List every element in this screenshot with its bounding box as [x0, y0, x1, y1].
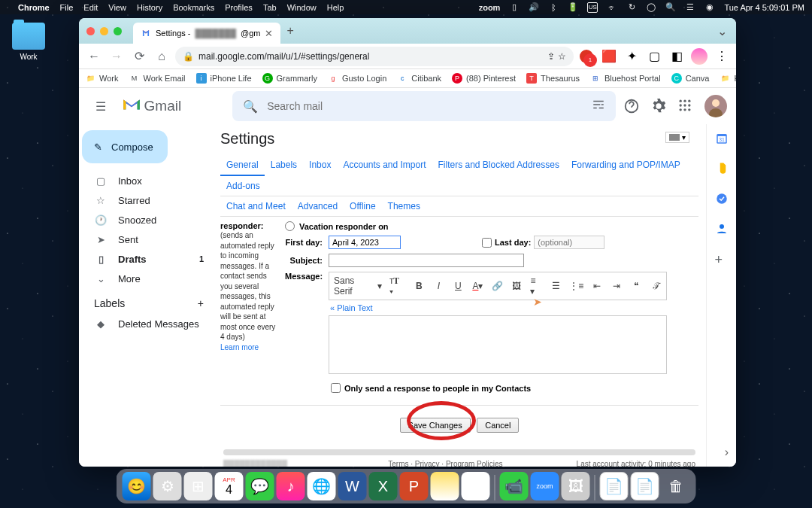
- font-family-select[interactable]: Sans Serif ▾: [334, 275, 382, 297]
- menu-help[interactable]: Help: [327, 3, 344, 12]
- extensions-puzzle-icon[interactable]: ✦: [623, 48, 640, 65]
- text-color-icon[interactable]: A ▾: [471, 281, 483, 291]
- tab-accounts[interactable]: Accounts and Import: [337, 155, 432, 176]
- menu-view[interactable]: View: [108, 3, 126, 12]
- siri-icon[interactable]: ◉: [704, 2, 715, 13]
- share-icon[interactable]: ⇪: [547, 51, 555, 62]
- dock-facetime[interactable]: 📹: [500, 472, 529, 500]
- align-icon[interactable]: ≡ ▾: [530, 275, 542, 297]
- address-bar[interactable]: 🔒 mail.google.com/mail/u/1/#settings/gen…: [175, 47, 574, 66]
- dock-finder[interactable]: 😊: [123, 472, 151, 500]
- quote-icon[interactable]: ❝: [630, 281, 642, 291]
- save-changes-button[interactable]: Save Changes: [400, 418, 471, 433]
- maximize-window-button[interactable]: [114, 27, 122, 35]
- dock-word[interactable]: W: [338, 472, 367, 500]
- responder-on-radio[interactable]: [285, 221, 295, 231]
- dock-slack[interactable]: ✱: [462, 472, 490, 500]
- sync-icon[interactable]: ↻: [626, 2, 637, 13]
- expand-panel-icon[interactable]: ›: [725, 446, 729, 459]
- bookmark-grammarly[interactable]: GGrammarly: [262, 73, 317, 84]
- plain-text-link[interactable]: « Plain Text: [329, 300, 667, 315]
- cancel-button[interactable]: Cancel: [477, 418, 519, 433]
- tab-themes[interactable]: Themes: [382, 196, 426, 216]
- bookmark-gusto[interactable]: gGusto Login: [328, 73, 386, 84]
- tab-overflow-icon[interactable]: ⌄: [717, 24, 727, 38]
- dock-launchpad[interactable]: ⊞: [184, 472, 213, 500]
- lock-icon[interactable]: 🔒: [183, 51, 194, 62]
- tab-advanced[interactable]: Advanced: [292, 196, 344, 216]
- minimize-window-button[interactable]: [100, 27, 108, 35]
- bookmark-hidden-gems[interactable]: 📁Hidden Gems: [720, 73, 736, 84]
- add-addon-icon[interactable]: +: [715, 252, 729, 266]
- close-tab-icon[interactable]: ✕: [265, 28, 273, 39]
- italic-icon[interactable]: I: [432, 281, 444, 291]
- sidepanel-icon[interactable]: ◧: [668, 48, 685, 65]
- bluetooth-icon[interactable]: ᛒ: [548, 2, 559, 13]
- compose-button[interactable]: ✎ Compose: [82, 130, 168, 163]
- add-label-icon[interactable]: +: [198, 297, 204, 309]
- language-indicator[interactable]: US: [587, 2, 598, 13]
- menu-tab[interactable]: Tab: [263, 3, 277, 12]
- menu-history[interactable]: History: [137, 3, 162, 12]
- sidebar-snoozed[interactable]: 🕐Snoozed: [79, 210, 216, 230]
- sidebar-more[interactable]: ⌄More: [79, 269, 216, 288]
- menu-file[interactable]: File: [60, 3, 74, 12]
- reload-button[interactable]: ⟳: [130, 47, 148, 65]
- dock-settings[interactable]: ⚙: [153, 472, 182, 500]
- search-icon[interactable]: 🔍: [665, 2, 676, 13]
- extension-rec-icon[interactable]: 🟥: [601, 48, 617, 65]
- learn-more-link[interactable]: Learn more: [220, 343, 259, 351]
- dock-zoom[interactable]: zoom: [531, 472, 559, 500]
- sidebar-drafts[interactable]: ▯Drafts1: [79, 249, 216, 269]
- contacts-icon[interactable]: [715, 222, 729, 236]
- bookmark-thesaurus[interactable]: TThesaurus: [526, 73, 580, 84]
- numbered-list-icon[interactable]: ☰: [550, 281, 562, 291]
- back-button[interactable]: ←: [85, 47, 103, 65]
- user-icon[interactable]: ◯: [646, 2, 656, 13]
- keep-icon[interactable]: [715, 162, 729, 175]
- last-day-input[interactable]: [534, 236, 604, 249]
- main-menu-icon[interactable]: ☰: [88, 93, 114, 120]
- desktop-folder-work[interactable]: Work: [12, 23, 45, 61]
- wifi-icon[interactable]: ᯤ: [607, 2, 617, 13]
- underline-icon[interactable]: U: [452, 281, 464, 291]
- dock-excel[interactable]: X: [369, 472, 398, 500]
- tab-forwarding[interactable]: Forwarding and POP/IMAP: [565, 155, 686, 176]
- tab-addons[interactable]: Add-ons: [220, 176, 266, 196]
- sidebar-sent[interactable]: ➤Sent: [79, 230, 216, 249]
- menu-edit[interactable]: Edit: [83, 3, 98, 12]
- dock-music[interactable]: ♪: [277, 472, 305, 500]
- link-icon[interactable]: 🔗: [491, 281, 503, 291]
- menu-window[interactable]: Window: [287, 3, 317, 12]
- dock-chrome[interactable]: 🌐: [308, 472, 336, 500]
- tab-labels[interactable]: Labels: [265, 155, 303, 176]
- bookmark-bluehost[interactable]: ⊞Bluehost Portal: [590, 73, 661, 84]
- dock-preview[interactable]: 🖼: [562, 472, 590, 500]
- dock-notes[interactable]: [431, 472, 459, 500]
- last-day-checkbox[interactable]: [482, 238, 492, 248]
- bullet-list-icon[interactable]: ⋮≡: [569, 281, 583, 291]
- dock-file1[interactable]: 📄: [600, 472, 629, 500]
- dock-trash[interactable]: 🗑: [662, 472, 690, 500]
- language-selector[interactable]: ▾: [665, 132, 689, 143]
- dock-file2[interactable]: 📄: [631, 472, 659, 500]
- phone-icon[interactable]: ▯: [509, 2, 520, 13]
- control-center-icon[interactable]: ☰: [685, 2, 695, 13]
- bookmark-pinterest[interactable]: P(88) Pinterest: [452, 73, 516, 84]
- footer-links[interactable]: Terms · Privacy · Program Policies: [388, 460, 502, 467]
- dock-calendar[interactable]: APR4: [215, 472, 244, 500]
- contacts-only-checkbox[interactable]: [331, 383, 341, 393]
- image-icon[interactable]: 🖼: [511, 281, 523, 291]
- sidebar-inbox[interactable]: ▢Inbox: [79, 171, 216, 190]
- account-avatar[interactable]: [704, 95, 727, 117]
- indent-more-icon[interactable]: ⇥: [611, 281, 623, 291]
- menu-app[interactable]: Chrome: [18, 3, 50, 12]
- first-day-input[interactable]: [329, 236, 401, 249]
- close-window-button[interactable]: [86, 27, 95, 35]
- volume-icon[interactable]: 🔊: [529, 2, 539, 13]
- menu-profiles[interactable]: Profiles: [225, 3, 253, 12]
- bookmark-work-email[interactable]: MWork Email: [129, 73, 185, 84]
- font-size-icon[interactable]: т𝐓 ▾: [389, 275, 405, 297]
- gmail-logo[interactable]: Gmail: [122, 96, 182, 116]
- tab-general[interactable]: General: [220, 155, 265, 176]
